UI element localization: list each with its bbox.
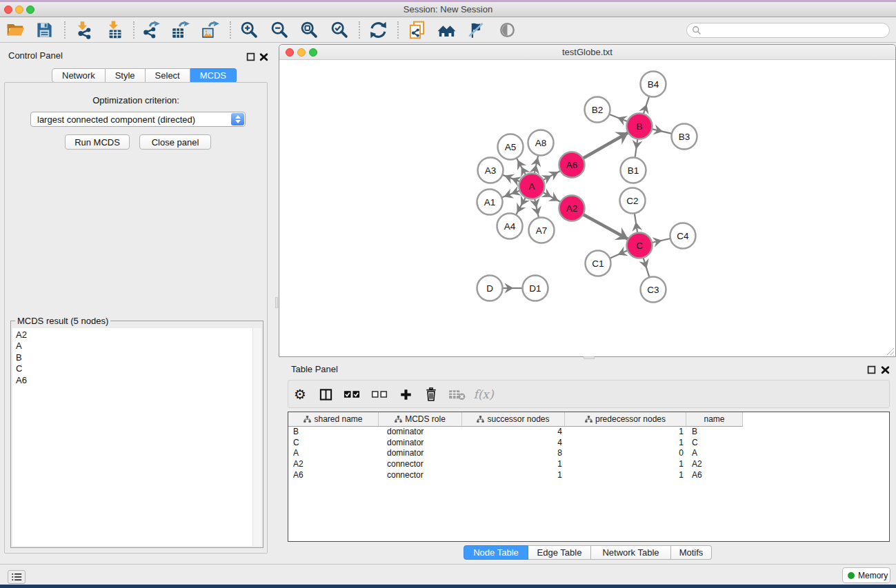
node-D[interactable]: D xyxy=(477,276,503,301)
close-panel-icon[interactable] xyxy=(259,52,268,61)
table-close-panel-icon[interactable] xyxy=(881,365,890,374)
toolbar-hide-graphics-button[interactable] xyxy=(463,20,489,40)
float-panel-icon[interactable] xyxy=(246,52,255,61)
node-A1[interactable]: A1 xyxy=(477,190,503,215)
node-B1[interactable]: B1 xyxy=(621,158,646,183)
table-row[interactable]: A2connector11A2 xyxy=(288,459,889,470)
open-folder-icon xyxy=(6,21,25,39)
result-scrollbar[interactable] xyxy=(252,328,261,546)
toolbar-zoom-selected-button[interactable] xyxy=(326,20,352,40)
search-input[interactable] xyxy=(704,26,889,35)
column-header-MCDS-role[interactable]: MCDS role xyxy=(379,412,462,427)
optimization-select[interactable]: largest connected component (directed) xyxy=(30,112,246,127)
edge-B-B4[interactable] xyxy=(639,97,649,114)
toolbar-zoom-in-button[interactable] xyxy=(236,20,262,40)
toolbar-export-network-button[interactable] xyxy=(138,20,164,40)
tab-network[interactable]: Network xyxy=(52,68,106,83)
toolbar-export-table-button[interactable] xyxy=(167,20,193,40)
toolbar-refresh-button[interactable] xyxy=(365,20,391,40)
toolbar-import-network-button[interactable] xyxy=(70,20,97,40)
node-A7[interactable]: A7 xyxy=(529,218,555,243)
network-canvas[interactable]: B4B2BB3A5A8A6B1A3AA1C2A2A4A7C4CC1C3DD1 xyxy=(279,60,895,356)
node-B3[interactable]: B3 xyxy=(672,124,697,150)
tab-edge-table[interactable]: Edge Table xyxy=(528,545,591,560)
node-D1[interactable]: D1 xyxy=(523,276,548,301)
edge-B-B2[interactable] xyxy=(609,114,628,125)
edge-B-B3[interactable] xyxy=(652,125,672,135)
table-toolbar-gear-button[interactable]: ⚙ xyxy=(290,381,310,408)
edge-C-C1[interactable] xyxy=(610,247,628,258)
table-row[interactable]: Cdominator41C xyxy=(288,438,889,449)
node-B4[interactable]: B4 xyxy=(641,72,666,97)
edge-C-C3[interactable] xyxy=(639,258,649,278)
edge-A-A8[interactable] xyxy=(529,155,541,174)
table-row[interactable]: A6connector11A6 xyxy=(288,470,889,481)
table-toolbar-table-delete-button[interactable] xyxy=(447,381,466,408)
column-header-successor-nodes[interactable]: successor nodes xyxy=(462,412,565,427)
toolbar-eye-button[interactable] xyxy=(494,20,520,40)
mcds-result-item[interactable]: C xyxy=(12,363,261,374)
task-list-button[interactable] xyxy=(8,570,26,584)
table-toolbar-plus-button[interactable] xyxy=(396,381,415,408)
node-B2[interactable]: B2 xyxy=(585,97,610,123)
splitter-handle-bottom[interactable] xyxy=(584,356,595,359)
node-A3[interactable]: A3 xyxy=(478,158,504,183)
column-header-shared-name[interactable]: shared name xyxy=(288,412,379,427)
mcds-result-item[interactable]: B xyxy=(12,352,261,363)
splitter-handle-left[interactable] xyxy=(275,297,278,308)
toolbar-home-button[interactable] xyxy=(433,20,459,40)
node-A8[interactable]: A8 xyxy=(528,130,554,156)
toolbar-import-table-button[interactable] xyxy=(101,20,128,40)
table-toolbar-box-duo-button[interactable] xyxy=(370,381,389,408)
node-C4[interactable]: C4 xyxy=(670,223,696,249)
memory-button[interactable]: Memory xyxy=(842,567,890,583)
node-C2[interactable]: C2 xyxy=(620,188,646,214)
node-A6[interactable]: A6 xyxy=(559,152,585,178)
edge-D-D1[interactable] xyxy=(503,283,523,294)
node-A2[interactable]: A2 xyxy=(559,196,585,221)
table-toolbar-trash-button[interactable] xyxy=(421,381,441,408)
node-A[interactable]: A xyxy=(519,174,545,199)
tab-mcds[interactable]: MCDS xyxy=(190,68,237,83)
toolbar-zoom-fit-button[interactable] xyxy=(296,20,322,40)
edge-C-C4[interactable] xyxy=(652,237,670,247)
node-A4[interactable]: A4 xyxy=(497,214,523,239)
toolbar-duplicate-network-button[interactable] xyxy=(404,20,430,40)
tab-style[interactable]: Style xyxy=(106,68,146,83)
close-panel-button[interactable]: Close panel xyxy=(139,134,211,150)
table-toolbar-split-view-button[interactable] xyxy=(316,381,335,408)
table-row[interactable]: Adominator80A xyxy=(288,448,889,459)
tab-select[interactable]: Select xyxy=(146,68,190,83)
node-B[interactable]: B xyxy=(627,114,653,139)
edge-B-B1[interactable] xyxy=(633,139,643,157)
resize-grip-icon[interactable] xyxy=(885,346,895,356)
edge-C-C2[interactable] xyxy=(632,213,642,232)
mcds-result-item[interactable]: A xyxy=(12,341,261,352)
tab-network-table[interactable]: Network Table xyxy=(591,545,671,560)
node-C3[interactable]: C3 xyxy=(641,277,666,303)
tab-motifs[interactable]: Motifs xyxy=(671,545,712,560)
table-row[interactable]: Bdominator41B xyxy=(288,427,889,438)
node-C[interactable]: C xyxy=(627,233,653,258)
table-toolbar-check-duo-button[interactable] xyxy=(342,381,361,408)
fx-icon: f(x) xyxy=(473,389,493,401)
column-header-name[interactable]: name xyxy=(686,412,743,427)
edge-A2-C[interactable] xyxy=(583,214,628,240)
cell-successor-nodes: 1 xyxy=(462,459,565,470)
edge-A-A7[interactable] xyxy=(530,198,541,218)
edge-A6-B[interactable] xyxy=(583,132,628,159)
toolbar-export-image-button[interactable] xyxy=(197,20,223,40)
node-A5[interactable]: A5 xyxy=(498,134,524,160)
column-header-predecessor-nodes[interactable]: predecessor nodes xyxy=(565,412,686,427)
table-toolbar-fx-button[interactable]: f(x) xyxy=(474,381,493,408)
toolbar-zoom-out-button[interactable] xyxy=(266,20,292,40)
table-float-panel-icon[interactable] xyxy=(867,365,876,374)
toolbar-open-folder-button[interactable] xyxy=(2,20,28,40)
mcds-result-item[interactable]: A6 xyxy=(12,375,261,386)
search-box[interactable] xyxy=(686,23,890,38)
toolbar-save-button[interactable] xyxy=(31,20,57,40)
tab-node-table[interactable]: Node Table xyxy=(464,545,528,560)
node-C1[interactable]: C1 xyxy=(586,251,611,276)
run-mcds-button[interactable]: Run MCDS xyxy=(65,134,130,150)
mcds-result-item[interactable]: A2 xyxy=(12,330,261,341)
